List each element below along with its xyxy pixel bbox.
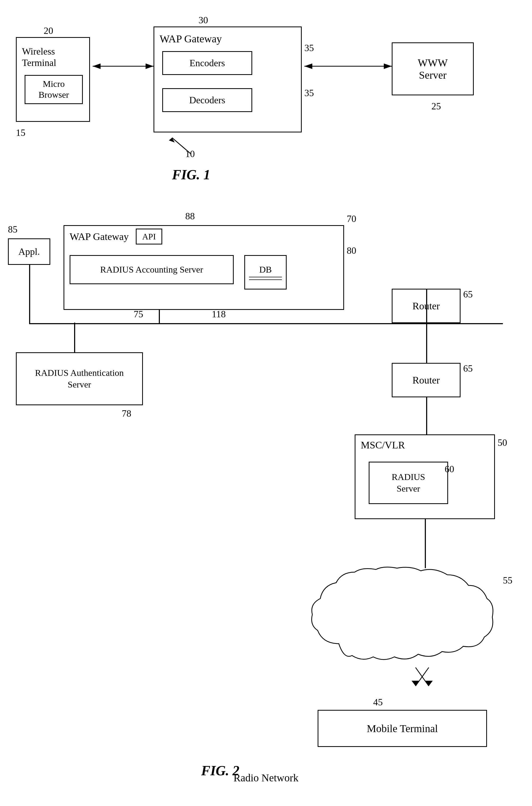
label-75: 75	[134, 309, 143, 320]
appl-label: Appl.	[19, 246, 40, 257]
svg-marker-9	[412, 681, 419, 686]
wt-label: WirelessTerminal	[22, 46, 56, 69]
vline-radius-auth2	[74, 323, 75, 353]
backbone-line	[29, 323, 503, 324]
db-box: DB	[244, 255, 287, 290]
radio-network-cloud	[307, 564, 498, 665]
api-label: API	[142, 232, 156, 241]
lightning-arrow	[394, 665, 447, 713]
www-label-line2: Server	[419, 69, 446, 81]
arrow-wap-www	[302, 60, 394, 73]
svg-marker-11	[425, 681, 433, 686]
label-10: 10	[185, 148, 195, 160]
vline-msc-radio	[425, 519, 426, 568]
micro-browser-box: MicroBrowser	[25, 75, 83, 104]
label-25: 25	[432, 100, 441, 112]
label-65a: 65	[463, 289, 473, 300]
appl-box: Appl.	[8, 238, 50, 265]
mobile-terminal-box: Mobile Terminal	[318, 710, 487, 747]
router1-label: Router	[412, 300, 440, 312]
encoders-box: Encoders	[162, 51, 252, 75]
label-70: 70	[347, 213, 356, 224]
label-45: 45	[373, 697, 383, 708]
vline-wapgw	[159, 310, 160, 324]
label-60: 60	[445, 463, 454, 475]
radius-acct-box: RADIUS Accounting Server	[70, 255, 234, 284]
label-118: 118	[212, 309, 226, 320]
radius-server-inner-box: RADIUSServer	[369, 462, 448, 504]
micro-browser-label: MicroBrowser	[38, 79, 69, 100]
decoders-box: Decoders	[162, 88, 252, 112]
fig2-caption: FIG. 2	[201, 763, 239, 778]
wireless-terminal-box: WirelessTerminal MicroBrowser	[16, 37, 90, 122]
svg-marker-7	[169, 138, 175, 143]
label-35a: 35	[304, 42, 314, 54]
db-label: DB	[259, 264, 271, 275]
label-20: 20	[44, 25, 53, 36]
router2-box: Router	[392, 363, 460, 397]
label-80: 80	[347, 245, 356, 256]
label-15: 15	[16, 127, 25, 138]
www-label-line1: WWW	[418, 56, 448, 69]
fig1-area: 20 WirelessTerminal MicroBrowser 15	[0, 11, 532, 191]
wap-gateway-box: WAP Gateway Encoders Decoders	[153, 26, 302, 132]
radio-network-label: Radio Network	[233, 772, 299, 784]
label-65b: 65	[463, 363, 473, 374]
api-box: API	[136, 228, 162, 244]
label-85: 85	[8, 224, 17, 235]
radius-auth-box: RADIUS AuthenticationServer	[16, 352, 143, 405]
radius-acct-label: RADIUS Accounting Server	[100, 264, 203, 275]
vline-appl	[29, 265, 30, 324]
wap-gateway2-box: WAP Gateway API RADIUS Accounting Server…	[63, 225, 344, 310]
page: 20 WirelessTerminal MicroBrowser 15	[0, 0, 532, 806]
router1-box: Router	[392, 289, 460, 323]
label-78: 78	[122, 408, 131, 419]
wap-gw2-title: WAP Gateway	[70, 231, 129, 242]
radius-auth-label: RADIUS AuthenticationServer	[35, 367, 124, 390]
arrow-wt-wap	[90, 60, 156, 73]
fig2-area: 85 Appl. WAP Gateway API RADIUS Accounti…	[0, 199, 532, 794]
decoders-label: Decoders	[189, 95, 225, 106]
label-30: 30	[198, 15, 208, 26]
label-88: 88	[185, 210, 195, 222]
vline-router2-msc	[426, 397, 427, 435]
msc-title: MSC/VLR	[361, 439, 405, 451]
encoders-label: Encoders	[190, 57, 225, 69]
www-server-box: WWW Server	[392, 42, 474, 95]
mobile-terminal-label: Mobile Terminal	[367, 722, 438, 735]
fig1-caption: FIG. 1	[172, 167, 210, 183]
label-55: 55	[503, 575, 512, 586]
label-50: 50	[498, 437, 507, 448]
router2-label: Router	[412, 374, 440, 386]
radius-server-label: RADIUSServer	[392, 471, 425, 495]
wap-gw-title: WAP Gateway	[159, 33, 222, 45]
vline-router1-router2	[426, 324, 427, 363]
label-35b: 35	[304, 87, 314, 98]
msc-box: MSC/VLR RADIUSServer	[355, 434, 495, 519]
